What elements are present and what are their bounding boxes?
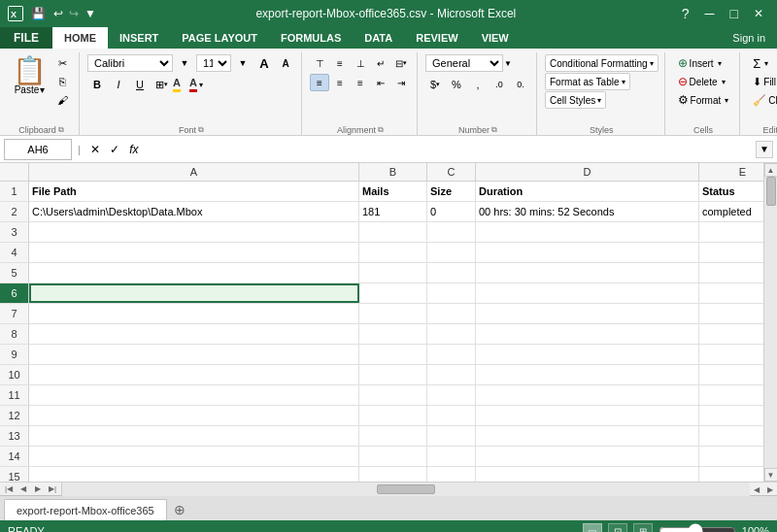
list-item[interactable]: [359, 467, 427, 482]
align-left-button[interactable]: ≡: [310, 74, 329, 91]
list-item[interactable]: [29, 222, 359, 242]
col-header-C[interactable]: C: [427, 163, 476, 181]
font-size-select[interactable]: 11: [196, 54, 231, 72]
tab-page-layout[interactable]: PAGE LAYOUT: [170, 27, 269, 49]
list-item[interactable]: [427, 426, 476, 446]
row-number[interactable]: 15: [0, 467, 29, 482]
formula-expand-button[interactable]: ▼: [756, 141, 773, 158]
file-menu[interactable]: FILE: [0, 27, 52, 49]
list-item[interactable]: Status: [699, 182, 763, 201]
list-item[interactable]: [476, 222, 699, 242]
number-format-select[interactable]: General: [425, 54, 503, 72]
list-item[interactable]: [359, 365, 427, 384]
list-item[interactable]: [699, 304, 763, 323]
list-item[interactable]: [699, 406, 763, 425]
font-expand-icon[interactable]: ⧉: [198, 125, 204, 135]
list-item[interactable]: [427, 447, 476, 466]
row-number[interactable]: 2: [0, 202, 29, 221]
col-header-E[interactable]: E: [699, 163, 763, 181]
cancel-formula-button[interactable]: ✕: [86, 141, 104, 158]
font-name-dropdown[interactable]: ▼: [175, 54, 194, 72]
cell-styles-button[interactable]: Cell Styles ▾: [545, 91, 606, 109]
list-item[interactable]: [699, 283, 763, 303]
clipboard-expand-icon[interactable]: ⧉: [58, 125, 64, 135]
sheet-nav-first[interactable]: |◀: [2, 482, 16, 496]
insert-button[interactable]: ⊕ Insert ▾: [673, 54, 726, 72]
vertical-scrollbar[interactable]: ▲ ▼: [763, 163, 777, 482]
tab-data[interactable]: DATA: [353, 27, 404, 49]
list-item[interactable]: completed: [699, 202, 763, 221]
page-layout-view-button[interactable]: ⊡: [608, 523, 627, 532]
col-header-B[interactable]: B: [359, 163, 427, 181]
tab-formulas[interactable]: FORMULAS: [269, 27, 353, 49]
align-right-button[interactable]: ≡: [351, 74, 370, 91]
list-item[interactable]: [427, 222, 476, 242]
merge-button[interactable]: ⊟▾: [391, 54, 411, 72]
list-item[interactable]: [699, 426, 763, 446]
decrease-indent-button[interactable]: ⇤: [371, 74, 390, 91]
decrease-decimal-button[interactable]: 0.: [511, 76, 530, 93]
list-item[interactable]: [29, 304, 359, 323]
list-item[interactable]: [476, 406, 699, 425]
list-item[interactable]: [699, 345, 763, 364]
list-item[interactable]: Mails: [359, 182, 427, 201]
formula-input[interactable]: [147, 139, 752, 160]
list-item[interactable]: [29, 447, 359, 466]
row-number[interactable]: 3: [0, 222, 29, 242]
scroll-down-arrow[interactable]: ▼: [764, 468, 778, 482]
list-item[interactable]: [476, 283, 699, 303]
list-item[interactable]: [359, 345, 427, 364]
sign-in-button[interactable]: Sign in: [721, 27, 777, 49]
scroll-thumb-h[interactable]: [377, 484, 435, 494]
row-number[interactable]: 1: [0, 182, 29, 201]
normal-view-button[interactable]: ▭: [583, 523, 602, 532]
close-button[interactable]: ✕: [748, 0, 769, 27]
list-item[interactable]: [29, 283, 359, 303]
sheet-nav-next[interactable]: ▶: [31, 482, 45, 496]
list-item[interactable]: [359, 447, 427, 466]
scroll-up-arrow[interactable]: ▲: [764, 163, 778, 177]
list-item[interactable]: [359, 426, 427, 446]
list-item[interactable]: [476, 365, 699, 384]
redo-icon[interactable]: ↪: [69, 7, 79, 20]
row-number[interactable]: 4: [0, 243, 29, 262]
align-middle-button[interactable]: ≡: [330, 54, 350, 72]
list-item[interactable]: [476, 426, 699, 446]
list-item[interactable]: [29, 467, 359, 482]
font-name-select[interactable]: Calibri: [87, 54, 173, 72]
percent-button[interactable]: %: [447, 76, 466, 93]
list-item[interactable]: 181: [359, 202, 427, 221]
save-icon[interactable]: 💾: [29, 5, 48, 22]
list-item[interactable]: 00 hrs: 30 mins: 52 Seconds: [476, 202, 699, 221]
list-item[interactable]: [699, 324, 763, 344]
col-header-A[interactable]: A: [29, 163, 359, 181]
add-sheet-button[interactable]: ⊕: [169, 499, 190, 520]
list-item[interactable]: [29, 406, 359, 425]
currency-button[interactable]: $▾: [425, 76, 445, 93]
list-item[interactable]: [359, 283, 427, 303]
sheet-nav-last[interactable]: ▶|: [46, 482, 59, 496]
list-item[interactable]: [699, 263, 763, 283]
list-item[interactable]: File Path: [29, 182, 359, 201]
alignment-expand-icon[interactable]: ⧉: [378, 125, 384, 135]
delete-button[interactable]: ⊖ Delete ▾: [673, 73, 730, 90]
increase-decimal-button[interactable]: .0: [490, 76, 509, 93]
number-expand-icon[interactable]: ⧉: [491, 125, 497, 135]
scroll-right-arrow[interactable]: ▶: [763, 482, 777, 496]
list-item[interactable]: [427, 304, 476, 323]
row-number[interactable]: 14: [0, 447, 29, 466]
name-box[interactable]: [4, 139, 72, 160]
row-number[interactable]: 7: [0, 304, 29, 323]
tab-home[interactable]: HOME: [52, 27, 108, 49]
list-item[interactable]: [476, 243, 699, 262]
fill-color-button[interactable]: A: [173, 77, 181, 92]
customize-icon[interactable]: ▼: [84, 7, 96, 20]
list-item[interactable]: [29, 345, 359, 364]
list-item[interactable]: [699, 243, 763, 262]
underline-button[interactable]: U: [130, 76, 150, 93]
list-item[interactable]: [359, 243, 427, 262]
tab-view[interactable]: VIEW: [470, 27, 521, 49]
list-item[interactable]: [359, 304, 427, 323]
align-top-button[interactable]: ⊤: [310, 54, 329, 72]
list-item[interactable]: [476, 467, 699, 482]
